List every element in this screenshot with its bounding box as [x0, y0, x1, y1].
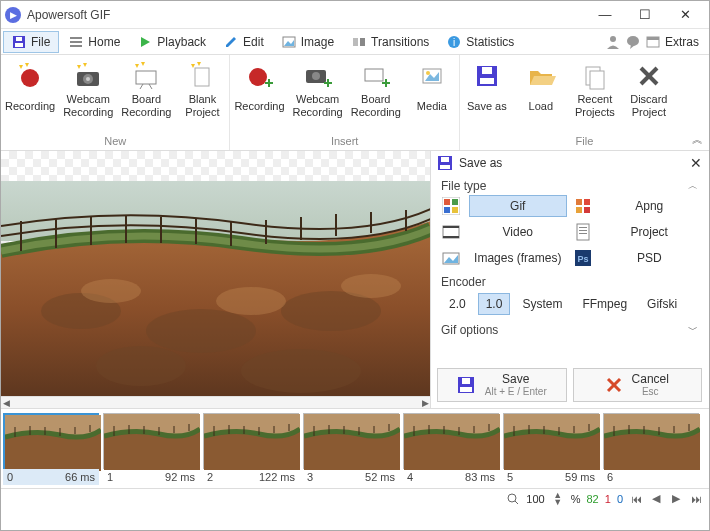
svg-marker-7 — [226, 37, 236, 47]
saveas-icon — [472, 61, 502, 91]
window-icon[interactable] — [645, 34, 661, 50]
new-recording-label: Recording — [5, 93, 55, 119]
frame-thumb — [603, 413, 699, 469]
insert-media-label: Media — [417, 93, 447, 119]
encoder-2-0[interactable]: 2.0 — [441, 293, 474, 315]
filetype-apng[interactable]: Apng — [601, 195, 699, 217]
cancel-button[interactable]: CancelEsc — [573, 368, 703, 402]
menu-statistics[interactable]: i Statistics — [439, 32, 522, 52]
nav-next-icon[interactable]: ▶ — [669, 492, 683, 506]
menu-image-label: Image — [301, 35, 334, 49]
svg-rect-2 — [16, 37, 22, 41]
filetype-video[interactable]: Video — [469, 221, 567, 243]
frame-duration: 66 ms — [65, 471, 95, 483]
saveas-panel: Save as ✕ File type︿ Gif Apng Video Proj… — [430, 151, 708, 408]
chevron-up-icon[interactable]: ︿ — [688, 179, 698, 193]
svg-text:Ps: Ps — [577, 254, 588, 264]
filetype-images[interactable]: Images (frames) — [469, 247, 567, 269]
filetype-label: File type — [441, 179, 486, 193]
menu-transitions[interactable]: Transitions — [344, 32, 437, 52]
menu-file[interactable]: File — [3, 31, 59, 53]
insert-board-button[interactable]: Board Recording — [347, 55, 405, 133]
svg-rect-33 — [327, 79, 329, 87]
board-icon — [131, 61, 161, 91]
svg-point-14 — [610, 36, 616, 42]
canvas-hscroll[interactable]: ◀▶ — [1, 396, 431, 408]
svg-marker-9 — [284, 40, 294, 46]
svg-rect-86 — [579, 233, 587, 234]
frame-index: 6 — [607, 471, 613, 483]
gif-type-icon — [441, 196, 461, 216]
svg-rect-11 — [360, 38, 365, 46]
timeline[interactable]: 066 ms192 ms2122 ms352 ms483 ms559 ms6 — [1, 408, 709, 488]
file-load-label: Load — [529, 93, 553, 119]
menu-home[interactable]: Home — [61, 32, 128, 52]
user-icon[interactable] — [605, 34, 621, 50]
svg-line-146 — [515, 501, 518, 504]
new-webcam-button[interactable]: Webcam Recording — [59, 55, 117, 133]
encoder-system[interactable]: System — [514, 293, 570, 315]
insert-media-button[interactable]: Media — [405, 55, 459, 133]
file-recent-button[interactable]: Recent Projects — [568, 55, 622, 133]
frame-6[interactable]: 6 — [603, 413, 699, 488]
video-type-icon — [441, 222, 461, 242]
filetype-psd[interactable]: PSD — [601, 247, 699, 269]
svg-text:i: i — [453, 37, 455, 48]
svg-rect-74 — [444, 207, 450, 213]
encoder-1-0[interactable]: 1.0 — [478, 293, 511, 315]
nav-last-icon[interactable]: ⏭ — [689, 492, 703, 506]
encoder-gifski[interactable]: Gifski — [639, 293, 685, 315]
zoom-stepper-icon[interactable]: ▲▼ — [551, 492, 565, 506]
new-blank-button[interactable]: Blank Project — [175, 55, 229, 133]
frame-1[interactable]: 192 ms — [103, 413, 199, 488]
menu-image[interactable]: Image — [274, 32, 342, 52]
svg-point-63 — [96, 346, 186, 386]
menu-edit-label: Edit — [243, 35, 264, 49]
svg-rect-84 — [579, 227, 587, 228]
new-recording-button[interactable]: Recording — [1, 55, 59, 133]
maximize-button[interactable]: ☐ — [625, 1, 665, 29]
file-discard-button[interactable]: Discard Project — [622, 55, 676, 133]
close-button[interactable]: ✕ — [665, 1, 705, 29]
home-list-icon — [69, 35, 83, 49]
chevron-down-icon[interactable]: ﹀ — [688, 323, 698, 337]
frame-index: 2 — [207, 471, 213, 483]
psd-type-icon: Ps — [573, 248, 593, 268]
menu-extras-label[interactable]: Extras — [665, 35, 699, 49]
status-red: 1 — [605, 493, 611, 505]
filetype-gif[interactable]: Gif — [469, 195, 567, 217]
file-saveas-button[interactable]: Save as — [460, 55, 514, 133]
frame-2[interactable]: 2122 ms — [203, 413, 299, 488]
filetype-project[interactable]: Project — [601, 221, 699, 243]
frame-thumb — [3, 413, 99, 469]
insert-webcam-button[interactable]: Webcam Recording — [289, 55, 347, 133]
svg-rect-83 — [577, 224, 589, 240]
svg-point-22 — [86, 77, 90, 81]
nav-first-icon[interactable]: ⏮ — [629, 492, 643, 506]
minimize-button[interactable]: — — [585, 1, 625, 29]
svg-point-15 — [627, 36, 639, 46]
new-board-button[interactable]: Board Recording — [117, 55, 175, 133]
frame-duration: 52 ms — [365, 471, 395, 483]
gifoptions-label: Gif options — [441, 323, 498, 337]
chat-icon[interactable] — [625, 34, 641, 50]
svg-rect-4 — [70, 41, 82, 43]
menu-playback[interactable]: Playback — [130, 32, 214, 52]
menu-edit[interactable]: Edit — [216, 32, 272, 52]
saveas-close-icon[interactable]: ✕ — [690, 155, 702, 171]
zoom-icon[interactable] — [506, 492, 520, 506]
frame-4[interactable]: 483 ms — [403, 413, 499, 488]
frame-3[interactable]: 352 ms — [303, 413, 399, 488]
status-green: 82 — [587, 493, 599, 505]
save-button[interactable]: SaveAlt + E / Enter — [437, 368, 567, 402]
ribbon-collapse-chevron-icon[interactable]: ︽ — [692, 132, 703, 147]
nav-prev-icon[interactable]: ◀ — [649, 492, 663, 506]
canvas-preview[interactable] — [1, 151, 431, 396]
insert-recording-button[interactable]: Recording — [230, 55, 288, 133]
frame-5[interactable]: 559 ms — [503, 413, 599, 488]
frame-0[interactable]: 066 ms — [3, 413, 99, 488]
frame-thumb — [203, 413, 299, 469]
file-load-button[interactable]: Load — [514, 55, 568, 133]
encoder-ffmpeg[interactable]: FFmpeg — [574, 293, 635, 315]
group-file-label: File — [460, 133, 709, 150]
